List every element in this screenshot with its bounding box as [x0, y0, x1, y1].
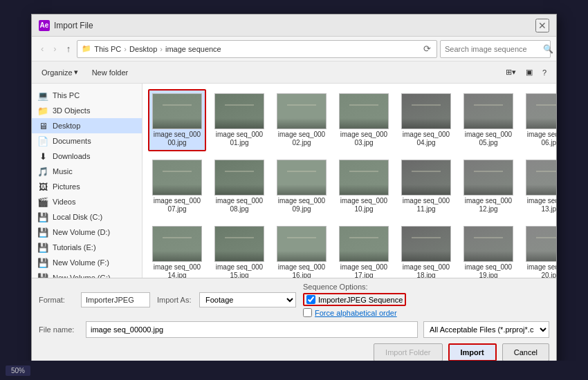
- import-folder-button[interactable]: Import Folder: [374, 343, 442, 361]
- sidebar-item-local-disk-c[interactable]: 💾Local Disk (C:): [32, 209, 142, 225]
- import-as-select[interactable]: Footage: [199, 292, 296, 307]
- file-item-5[interactable]: image seq_00005.jpg: [459, 89, 517, 151]
- search-bar[interactable]: 🔍: [440, 40, 551, 58]
- sidebar-item-label-new-volume-d: New Volume (D:): [53, 228, 110, 236]
- force-alpha-checkbox[interactable]: [303, 308, 312, 317]
- import-button[interactable]: Import: [448, 343, 497, 361]
- file-name-4: image seq_00004.jpg: [401, 131, 451, 147]
- file-item-18[interactable]: image seq_00018.jpg: [397, 222, 455, 278]
- file-item-12[interactable]: image seq_00012.jpg: [459, 155, 517, 218]
- file-item-17[interactable]: image seq_00017.jpg: [335, 222, 393, 278]
- file-item-6[interactable]: image seq_00006.jpg: [522, 89, 556, 151]
- path-this-pc: This PC: [94, 45, 121, 53]
- toolbar: Organize ▾ New folder ⊞▾ ▣ ?: [32, 61, 556, 84]
- sidebar-item-label-desktop: Desktop: [53, 122, 80, 130]
- refresh-button[interactable]: ⟳: [422, 42, 432, 55]
- sidebar-item-pictures[interactable]: 🖼Pictures: [32, 179, 142, 194]
- organize-label: Organize: [42, 68, 73, 77]
- sidebar-item-new-volume-d[interactable]: 💾New Volume (D:): [32, 225, 142, 240]
- back-button[interactable]: ‹: [37, 41, 47, 56]
- sidebar-item-music[interactable]: 🎵Music: [32, 164, 142, 179]
- sidebar-item-label-documents: Documents: [53, 137, 91, 145]
- sidebar-item-label-music: Music: [53, 167, 73, 175]
- file-name-1: image seq_00001.jpg: [214, 131, 264, 147]
- file-thumb-14: [152, 226, 202, 262]
- search-input[interactable]: [445, 45, 540, 53]
- up-button[interactable]: ↑: [63, 41, 75, 56]
- sidebar-icon-new-volume-d: 💾: [37, 227, 48, 238]
- file-item-15[interactable]: image seq_00015.jpg: [210, 222, 268, 278]
- file-thumb-10: [339, 160, 389, 196]
- force-alpha-row[interactable]: Force alphabetical order: [303, 308, 406, 317]
- search-icon: 🔍: [543, 44, 553, 54]
- sequence-options-label: Sequence Options:: [303, 283, 406, 291]
- sidebar-item-documents[interactable]: 📄Documents: [32, 133, 142, 149]
- import-as-label: Import As:: [157, 296, 195, 304]
- forward-button[interactable]: ›: [50, 41, 59, 56]
- file-item-11[interactable]: image seq_00011.jpg: [397, 155, 455, 218]
- file-item-20[interactable]: image seq_00020.jpg: [522, 222, 556, 278]
- file-item-10[interactable]: image seq_00010.jpg: [335, 155, 393, 218]
- sidebar-item-label-new-volume-f: New Volume (F:): [53, 258, 109, 267]
- file-item-2[interactable]: image seq_00002.jpg: [273, 89, 331, 151]
- file-name-19: image seq_00019.jpg: [463, 263, 513, 278]
- file-name-18: image seq_00018.jpg: [401, 263, 451, 278]
- view-buttons: ⊞▾ ▣ ?: [502, 66, 551, 79]
- sidebar-icon-music: 🎵: [37, 166, 48, 177]
- file-item-13[interactable]: image seq_00013.jpg: [522, 155, 556, 218]
- file-name-8: image seq_00008.jpg: [214, 197, 264, 213]
- sidebar-icon-desktop: 🖥: [37, 120, 48, 131]
- file-item-3[interactable]: image seq_00003.jpg: [335, 89, 393, 151]
- bottom-panel: Format: ImporterJPEG Import As: Footage …: [32, 278, 556, 365]
- organize-button[interactable]: Organize ▾: [37, 66, 82, 79]
- file-item-8[interactable]: image seq_00008.jpg: [210, 155, 268, 218]
- format-value: ImporterJPEG: [81, 292, 150, 307]
- filename-input[interactable]: [86, 321, 418, 338]
- sidebar-item-this-pc[interactable]: 💻This PC: [32, 88, 142, 103]
- file-item-0[interactable]: image seq_00000.jpg: [148, 89, 206, 151]
- jpeg-sequence-checkbox[interactable]: [306, 295, 315, 304]
- organize-chevron: ▾: [74, 68, 78, 77]
- sidebar-item-new-volume-f[interactable]: 💾New Volume (F:): [32, 255, 142, 270]
- jpeg-sequence-row[interactable]: ImporterJPEG Sequence: [303, 293, 406, 306]
- sidebar-item-3d-objects[interactable]: 📁3D Objects: [32, 103, 142, 118]
- view-toggle-button[interactable]: ⊞▾: [502, 66, 520, 79]
- format-group: Format: ImporterJPEG: [39, 292, 150, 307]
- file-name-20: image seq_00020.jpg: [526, 263, 556, 278]
- sidebar-item-new-volume-g[interactable]: 💾New Volume (G:): [32, 270, 142, 278]
- new-folder-button[interactable]: New folder: [88, 66, 133, 79]
- sidebar-icon-new-volume-g: 💾: [37, 272, 48, 278]
- file-item-19[interactable]: image seq_00019.jpg: [459, 222, 517, 278]
- dialog-title: Import File: [54, 21, 531, 30]
- close-button[interactable]: ✕: [535, 19, 549, 32]
- sidebar-item-desktop[interactable]: 🖥Desktop: [32, 118, 142, 133]
- file-item-1[interactable]: image seq_00001.jpg: [210, 89, 268, 151]
- help-button[interactable]: ?: [538, 66, 551, 79]
- file-item-9[interactable]: image seq_00009.jpg: [273, 155, 331, 218]
- file-name-14: image seq_00014.jpg: [152, 263, 202, 278]
- file-item-4[interactable]: image seq_00004.jpg: [397, 89, 455, 151]
- sidebar-item-downloads[interactable]: ⬇Downloads: [32, 149, 142, 164]
- sequence-options: Sequence Options: ImporterJPEG Sequence …: [303, 283, 406, 317]
- sidebar-item-videos[interactable]: 🎬Videos: [32, 194, 142, 209]
- file-area[interactable]: image seq_00000.jpg image seq_00001.jpg …: [143, 84, 556, 278]
- file-thumb-11: [401, 160, 451, 196]
- filename-row: File name: All Acceptable Files (*.prpro…: [39, 321, 549, 338]
- path-desktop: Desktop: [129, 45, 157, 53]
- file-name-11: image seq_00011.jpg: [401, 197, 451, 213]
- sidebar-item-tutorials-e[interactable]: 💾Tutorials (E:): [32, 240, 142, 255]
- file-name-7: image seq_00007.jpg: [152, 197, 202, 213]
- filetype-select[interactable]: All Acceptable Files (*.prproj*.c: [423, 321, 549, 338]
- address-bar[interactable]: 📁 This PC › Desktop › image sequence ⟳: [77, 40, 437, 58]
- file-name-15: image seq_00015.jpg: [214, 263, 264, 278]
- sidebar-icon-this-pc: 💻: [37, 90, 48, 101]
- file-thumb-6: [526, 93, 556, 129]
- cancel-button[interactable]: Cancel: [502, 343, 549, 361]
- file-item-14[interactable]: image seq_00014.jpg: [148, 222, 206, 278]
- pane-toggle-button[interactable]: ▣: [522, 66, 537, 79]
- file-item-16[interactable]: image seq_00016.jpg: [273, 222, 331, 278]
- folder-icon: 📁: [82, 44, 91, 53]
- file-thumb-9: [277, 160, 327, 196]
- sidebar-icon-downloads: ⬇: [37, 151, 48, 162]
- file-item-7[interactable]: image seq_00007.jpg: [148, 155, 206, 218]
